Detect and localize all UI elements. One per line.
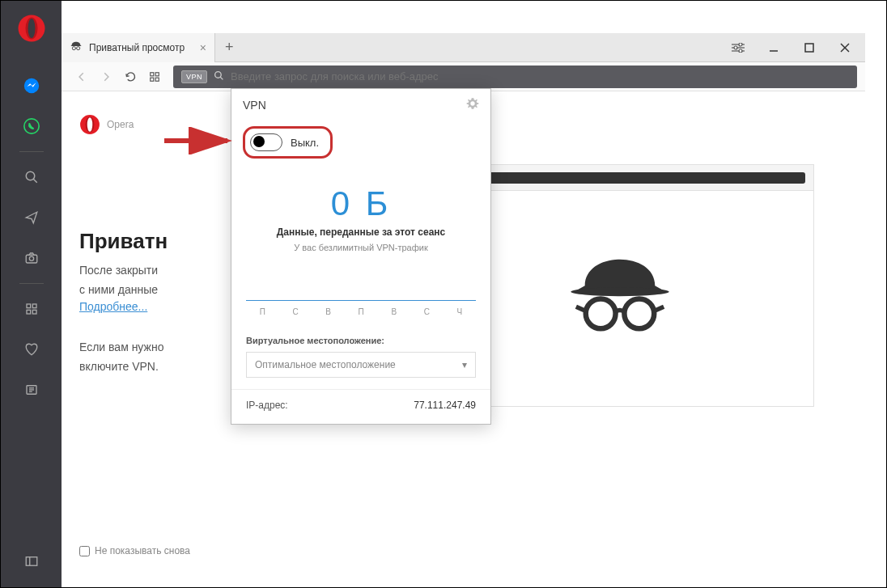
svg-rect-29 bbox=[805, 44, 813, 52]
svg-rect-11 bbox=[27, 310, 31, 314]
url-bar[interactable]: VPN bbox=[173, 66, 857, 88]
opera-logo[interactable] bbox=[17, 14, 46, 43]
chevron-down-icon: ▾ bbox=[462, 359, 467, 370]
vpn-popup: VPN Выкл. 0 Б Данные, переданные за этот… bbox=[231, 88, 491, 425]
svg-line-6 bbox=[33, 179, 37, 183]
arrow-annotation bbox=[163, 127, 240, 154]
vpn-data-sublabel: У вас безлимитный VPN-трафик bbox=[243, 243, 479, 252]
expand-sidebar-icon[interactable] bbox=[20, 550, 43, 573]
incognito-icon bbox=[567, 252, 673, 340]
svg-point-44 bbox=[571, 287, 668, 296]
svg-point-25 bbox=[739, 43, 742, 46]
minimize-button[interactable] bbox=[763, 37, 784, 58]
divider bbox=[19, 283, 44, 284]
tab-private[interactable]: Приватный просмотр × bbox=[62, 33, 215, 62]
messenger-icon[interactable] bbox=[20, 74, 43, 97]
divider bbox=[19, 151, 44, 152]
svg-point-5 bbox=[26, 171, 35, 180]
svg-rect-34 bbox=[151, 78, 154, 81]
page-paragraph: После закрыти bbox=[79, 261, 158, 279]
svg-rect-17 bbox=[26, 557, 37, 566]
svg-rect-32 bbox=[151, 72, 154, 75]
svg-point-20 bbox=[77, 47, 80, 50]
vpn-title: VPN bbox=[243, 99, 266, 112]
search-icon[interactable] bbox=[20, 166, 43, 188]
svg-point-26 bbox=[734, 46, 737, 49]
heart-icon[interactable] bbox=[20, 338, 43, 361]
close-icon[interactable]: × bbox=[200, 41, 206, 54]
dont-show-checkbox[interactable]: Не показывать снова bbox=[79, 545, 190, 556]
svg-point-2 bbox=[28, 19, 35, 38]
svg-line-37 bbox=[220, 77, 223, 79]
incognito-icon bbox=[70, 40, 83, 54]
svg-point-46 bbox=[624, 298, 654, 328]
location-value: Оптимальное местоположение bbox=[255, 359, 396, 370]
vpn-chart bbox=[246, 277, 476, 301]
whatsapp-icon[interactable] bbox=[20, 115, 43, 137]
vpn-data-value: 0 Б bbox=[243, 184, 479, 223]
preview-url-bar bbox=[485, 172, 805, 184]
page-paragraph: Если вам нужно bbox=[79, 338, 163, 356]
easy-setup-icon[interactable] bbox=[728, 37, 749, 58]
reload-button[interactable] bbox=[118, 65, 142, 89]
new-tab-button[interactable]: + bbox=[215, 39, 244, 56]
ip-value: 77.111.247.49 bbox=[414, 400, 476, 411]
news-icon[interactable] bbox=[20, 379, 43, 401]
svg-point-36 bbox=[215, 71, 222, 78]
svg-rect-9 bbox=[27, 304, 31, 308]
search-icon bbox=[214, 70, 224, 84]
address-bar: VPN bbox=[62, 62, 865, 91]
url-input[interactable] bbox=[231, 70, 849, 82]
ip-label: IP-адрес: bbox=[246, 400, 288, 411]
send-icon[interactable] bbox=[20, 206, 43, 229]
speed-dial-button[interactable] bbox=[142, 65, 167, 89]
location-label: Виртуальное местоположение: bbox=[246, 336, 476, 345]
sidebar bbox=[1, 1, 62, 588]
svg-point-8 bbox=[29, 256, 33, 260]
svg-rect-33 bbox=[155, 72, 159, 75]
tab-title: Приватный просмотр bbox=[89, 42, 185, 53]
highlight-annotation: Выкл. bbox=[243, 126, 333, 159]
svg-rect-10 bbox=[32, 304, 36, 308]
camera-icon[interactable] bbox=[20, 247, 43, 269]
vpn-badge[interactable]: VPN bbox=[181, 70, 207, 83]
page-paragraph: с ними данные bbox=[79, 281, 158, 298]
close-button[interactable] bbox=[834, 37, 855, 58]
checkbox-label: Не показывать снова bbox=[95, 545, 190, 556]
vpn-data-label: Данные, переданные за этот сеанс bbox=[243, 226, 479, 238]
svg-point-19 bbox=[72, 47, 75, 50]
location-select[interactable]: Оптимальное местоположение ▾ bbox=[246, 352, 476, 378]
speed-dial-icon[interactable] bbox=[20, 298, 43, 320]
toggle-label: Выкл. bbox=[291, 137, 319, 149]
logo-text: Opera bbox=[107, 119, 134, 130]
svg-point-45 bbox=[586, 298, 616, 328]
page-logo: Opera bbox=[79, 114, 134, 135]
page-heading: Приватн bbox=[79, 229, 168, 254]
opera-logo-icon bbox=[79, 114, 100, 135]
svg-point-27 bbox=[739, 49, 742, 53]
learn-more-link[interactable]: Подробнее... bbox=[79, 300, 147, 313]
maximize-button[interactable] bbox=[799, 37, 820, 58]
gear-icon[interactable] bbox=[466, 97, 479, 113]
window-controls bbox=[728, 33, 865, 62]
svg-rect-35 bbox=[155, 78, 159, 81]
forward-button[interactable] bbox=[94, 65, 118, 89]
page-paragraph: включите VPN. bbox=[79, 357, 159, 375]
svg-rect-12 bbox=[32, 310, 36, 314]
vpn-toggle[interactable] bbox=[250, 133, 282, 151]
back-button[interactable] bbox=[70, 65, 94, 89]
svg-point-40 bbox=[87, 117, 93, 131]
checkbox[interactable] bbox=[79, 546, 90, 556]
vpn-days-axis: П С В П В С Ч bbox=[246, 307, 476, 316]
